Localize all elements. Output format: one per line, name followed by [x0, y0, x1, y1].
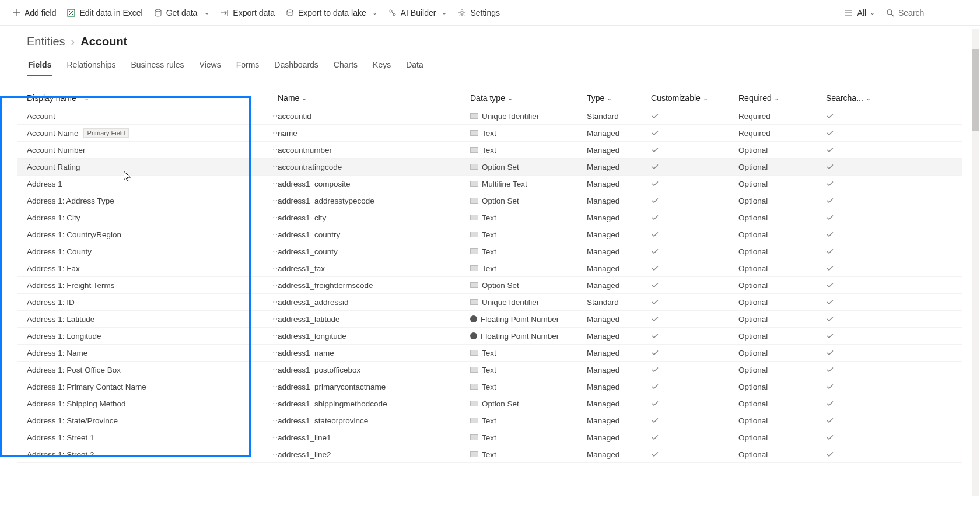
table-row[interactable]: Address 1: Longitude⋯address1_longitudeF… [18, 328, 963, 345]
add-field-button[interactable]: Add field [12, 8, 56, 17]
chevron-down-icon[interactable]: ⌄ [607, 94, 612, 102]
data-type-icon [470, 113, 478, 119]
tab-dashboards[interactable]: Dashboards [273, 57, 320, 76]
data-type-icon [470, 265, 478, 271]
table-row[interactable]: Account NamePrimary Field⋯nameTextManage… [18, 125, 963, 142]
table-row[interactable]: Address 1: Name⋯address1_nameTextManaged… [18, 345, 963, 362]
field-type: Managed [587, 230, 651, 239]
edit-excel-button[interactable]: Edit data in Excel [66, 8, 142, 17]
table-row[interactable]: Address 1: Address Type⋯address1_address… [18, 192, 963, 209]
search-box[interactable] [886, 8, 968, 17]
customizable-check-icon [651, 281, 738, 289]
row-more-button[interactable]: ⋯ [272, 433, 281, 442]
column-customizable[interactable]: Customizable ⌄ [651, 93, 738, 103]
tab-relationships[interactable]: Relationships [65, 57, 117, 76]
edit-excel-label: Edit data in Excel [79, 8, 142, 17]
chevron-down-icon[interactable]: ⌄ [204, 9, 209, 16]
row-more-button[interactable]: ⋯ [272, 111, 281, 121]
table-row[interactable]: Address 1: Shipping Method⋯address1_ship… [18, 395, 963, 412]
database-icon [153, 8, 163, 17]
row-more-button[interactable]: ⋯ [272, 348, 281, 357]
searchable-check-icon [826, 247, 873, 255]
table-row[interactable]: Address 1: Primary Contact Name⋯address1… [18, 378, 963, 395]
table-row[interactable]: Account⋯accountidUnique IdentifierStanda… [18, 108, 963, 125]
chevron-down-icon[interactable]: ⌄ [870, 9, 875, 16]
table-row[interactable]: Address 1: Street 2⋯address1_line2TextMa… [18, 446, 963, 463]
row-more-button[interactable]: ⋯ [272, 365, 281, 374]
field-display-name: Account Rating [27, 163, 80, 171]
field-display-name: Address 1: Shipping Method [27, 399, 126, 408]
row-more-button[interactable]: ⋯ [272, 382, 281, 391]
table-row[interactable]: Address 1⋯address1_compositeMultiline Te… [18, 176, 963, 192]
row-more-button[interactable]: ⋯ [272, 314, 281, 324]
row-more-button[interactable]: ⋯ [272, 399, 281, 408]
export-data-button[interactable]: Export data [220, 8, 275, 17]
get-data-button[interactable]: Get data ⌄ [153, 8, 210, 17]
column-name[interactable]: Name ⌄ [278, 93, 470, 103]
search-input[interactable] [898, 8, 968, 17]
column-type[interactable]: Type ⌄ [587, 93, 651, 103]
column-searchable[interactable]: Searcha... ⌄ [826, 93, 873, 103]
table-row[interactable]: Address 1: Freight Terms⋯address1_freigh… [18, 277, 963, 294]
table-row[interactable]: Address 1: State/Province⋯address1_state… [18, 412, 963, 429]
export-lake-button[interactable]: Export to data lake ⌄ [285, 8, 377, 17]
row-more-button[interactable]: ⋯ [272, 450, 281, 459]
table-row[interactable]: Address 1: ID⋯address1_addressidUnique I… [18, 294, 963, 311]
chevron-down-icon[interactable]: ⌄ [703, 94, 708, 102]
row-more-button[interactable]: ⋯ [272, 416, 281, 425]
tab-business-rules[interactable]: Business rules [130, 57, 186, 76]
row-more-button[interactable]: ⋯ [272, 331, 281, 341]
table-row[interactable]: Account Number⋯accountnumberTextManagedO… [18, 142, 963, 159]
table-row[interactable]: Address 1: Fax⋯address1_faxTextManagedOp… [18, 260, 963, 277]
tab-keys[interactable]: Keys [372, 57, 392, 76]
column-required[interactable]: Required ⌄ [738, 93, 826, 103]
column-data-type[interactable]: Data type ⌄ [470, 93, 587, 103]
field-display-name: Address 1: Street 2 [27, 450, 94, 459]
data-type-icon [470, 315, 477, 322]
row-more-button[interactable]: ⋯ [272, 196, 281, 205]
table-row[interactable]: Address 1: Latitude⋯address1_latitudeFlo… [18, 311, 963, 328]
row-more-button[interactable]: ⋯ [272, 162, 281, 171]
chevron-down-icon[interactable]: ⌄ [508, 94, 513, 102]
table-row[interactable]: Address 1: Post Office Box⋯address1_post… [18, 362, 963, 378]
tab-forms[interactable]: Forms [235, 57, 261, 76]
row-more-button[interactable]: ⋯ [272, 145, 281, 155]
field-data-type: Text [470, 383, 587, 391]
tab-views[interactable]: Views [198, 57, 222, 76]
breadcrumb-parent[interactable]: Entities [27, 35, 65, 48]
row-more-button[interactable]: ⋯ [272, 247, 281, 256]
searchable-check-icon [826, 180, 873, 188]
chevron-down-icon[interactable]: ⌄ [372, 9, 377, 16]
row-more-button[interactable]: ⋯ [272, 179, 281, 188]
tab-data[interactable]: Data [405, 57, 425, 76]
tab-charts[interactable]: Charts [332, 57, 359, 76]
table-row[interactable]: Address 1: City⋯address1_cityTextManaged… [18, 209, 963, 226]
ai-builder-button[interactable]: AI Builder ⌄ [388, 8, 447, 17]
field-data-type: Multiline Text [470, 180, 587, 188]
chevron-down-icon[interactable]: ⌄ [774, 94, 779, 102]
chevron-down-icon[interactable]: ⌄ [302, 94, 307, 102]
view-filter-button[interactable]: All ⌄ [844, 8, 875, 17]
customizable-check-icon [651, 332, 738, 340]
row-more-button[interactable]: ⋯ [272, 128, 281, 138]
field-type: Managed [587, 197, 651, 205]
row-more-button[interactable]: ⋯ [272, 297, 281, 307]
customizable-check-icon [651, 315, 738, 323]
settings-button[interactable]: Settings [457, 8, 500, 17]
table-row[interactable]: Account Rating⋯accountratingcodeOption S… [18, 159, 963, 176]
scrollbar-thumb[interactable] [972, 49, 979, 131]
chevron-down-icon[interactable]: ⌄ [84, 94, 89, 102]
table-row[interactable]: Address 1: Street 1⋯address1_line1TextMa… [18, 429, 963, 446]
row-more-button[interactable]: ⋯ [272, 264, 281, 273]
row-more-button[interactable]: ⋯ [272, 213, 281, 222]
table-row[interactable]: Address 1: County⋯address1_countyTextMan… [18, 243, 963, 260]
table-row[interactable]: Address 1: Country/Region⋯address1_count… [18, 226, 963, 243]
field-name: address1_shippingmethodcode [278, 399, 470, 408]
column-display-name[interactable]: Display name ↑ ⌄ [27, 93, 278, 103]
field-name: address1_stateorprovince [278, 416, 470, 425]
row-more-button[interactable]: ⋯ [272, 230, 281, 239]
chevron-down-icon[interactable]: ⌄ [442, 9, 447, 16]
chevron-down-icon[interactable]: ⌄ [866, 94, 871, 102]
row-more-button[interactable]: ⋯ [272, 280, 281, 290]
tab-fields[interactable]: Fields [27, 57, 52, 76]
